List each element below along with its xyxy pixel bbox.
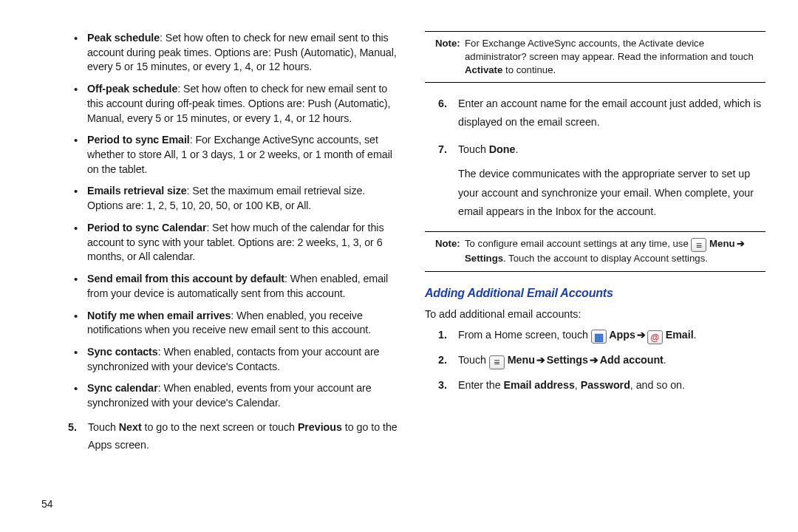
settings-label: Settings	[465, 253, 503, 264]
numbered-steps-left: 5. Touch Next to go to the next screen o…	[62, 418, 403, 454]
bullet-retrieval-size: Emails retrieval size: Set the maximum e…	[62, 184, 403, 213]
bullet-send-default: Send email from this account by default:…	[62, 272, 403, 301]
add-step-3: 3. Enter the Email address, Password, an…	[432, 378, 765, 393]
step-number: 5.	[68, 418, 77, 436]
arrow-icon: ➔	[635, 328, 647, 343]
term: Emails retrieval size	[87, 185, 187, 197]
page: Peak schedule: Set how often to check fo…	[0, 0, 798, 532]
term: Notify me when email arrives	[87, 310, 231, 321]
note-activate: Note: For Exchange ActiveSync accounts, …	[425, 31, 765, 83]
bullet-offpeak-schedule: Off-peak schedule: Set how often to chec…	[62, 82, 403, 126]
options-bullet-list: Peak schedule: Set how often to check fo…	[62, 31, 403, 411]
activate-label: Activate	[465, 64, 502, 75]
term: Period to sync Email	[87, 134, 190, 146]
email-icon	[647, 330, 663, 344]
text: Enter an account name for the email acco…	[458, 98, 761, 128]
term: Sync calendar	[87, 382, 158, 394]
bullet-period-sync-calendar: Period to sync Calendar: Set how much of…	[62, 221, 403, 265]
column-right: Note: For Exchange ActiveSync accounts, …	[425, 31, 776, 517]
step-5: 5. Touch Next to go to the next screen o…	[62, 418, 403, 454]
term: Send email from this account by default	[87, 273, 284, 284]
term: Off-peak schedule	[87, 83, 177, 95]
password-label: Password	[581, 379, 630, 391]
numbered-steps-right: 6. Enter an account name for the email a…	[425, 95, 765, 220]
note-text: to continue.	[502, 64, 556, 75]
menu-icon	[691, 238, 706, 252]
note-label: Note:	[435, 237, 460, 250]
section-heading-adding-accounts: Adding Additional Email Accounts	[425, 285, 765, 301]
menu-label: Menu	[505, 354, 535, 366]
text: Touch	[458, 143, 489, 155]
bullet-notify-arrives: Notify me when email arrives: When enabl…	[62, 309, 403, 338]
arrow-icon: ➔	[735, 237, 746, 250]
done-label: Done	[489, 143, 516, 155]
bullet-peak-schedule: Peak schedule: Set how often to check fo…	[62, 31, 403, 75]
email-address-label: Email address	[504, 379, 575, 391]
note-label: Note:	[435, 37, 460, 50]
step-number: 3.	[438, 378, 447, 393]
step-number: 7.	[438, 140, 447, 159]
note-settings: Note: To configure email account setting…	[425, 231, 765, 272]
text: .	[515, 143, 518, 155]
step-number: 1.	[438, 328, 447, 343]
text: .	[664, 354, 666, 366]
add-account-label: Add account	[600, 354, 664, 366]
add-step-2: 2. Touch Menu ➔ Settings ➔ Add account.	[432, 353, 765, 369]
text: From a Home screen, touch	[458, 329, 591, 341]
column-left: Peak schedule: Set how often to check fo…	[22, 31, 403, 517]
arrow-icon: ➔	[588, 353, 600, 368]
intro-text: To add additional email accounts:	[425, 307, 765, 322]
step-number: 6.	[438, 95, 447, 113]
email-label: Email	[663, 329, 694, 341]
text: , and so on.	[630, 379, 685, 391]
note-text: For Exchange ActiveSync accounts, the Ac…	[465, 38, 754, 62]
step-7: 7. Touch Done. The device communicates w…	[432, 140, 765, 220]
text: Enter the	[458, 379, 504, 391]
page-number: 54	[41, 497, 53, 511]
previous-label: Previous	[298, 421, 342, 433]
settings-label: Settings	[547, 354, 588, 366]
arrow-icon: ➔	[535, 353, 547, 368]
menu-label: Menu	[706, 238, 734, 249]
note-text: . Touch the account to display Account s…	[503, 253, 708, 264]
step-7-body: The device communicates with the appropr…	[458, 165, 765, 220]
bullet-period-sync-email: Period to sync Email: For Exchange Activ…	[62, 133, 403, 177]
text: to go to the next screen or touch	[142, 421, 298, 433]
term: Period to sync Calendar	[87, 222, 206, 233]
text: ,	[575, 379, 581, 391]
numbered-steps-add: 1. From a Home screen, touch Apps ➔ Emai…	[425, 328, 765, 393]
bullet-sync-contacts: Sync contacts: When enabled, contacts fr…	[62, 345, 403, 374]
text: Touch	[458, 354, 489, 366]
next-label: Next	[119, 421, 142, 433]
step-number: 2.	[438, 353, 447, 368]
add-step-1: 1. From a Home screen, touch Apps ➔ Emai…	[432, 328, 765, 345]
text: Touch	[88, 421, 119, 433]
step-6: 6. Enter an account name for the email a…	[432, 95, 765, 132]
apps-label: Apps	[607, 329, 635, 341]
note-text: To configure email account settings at a…	[465, 238, 691, 249]
term: Sync contacts	[87, 346, 158, 358]
text: .	[694, 329, 697, 341]
bullet-sync-calendar: Sync calendar: When enabled, events from…	[62, 381, 403, 410]
apps-icon	[591, 330, 607, 344]
term: Peak schedule	[87, 32, 160, 44]
menu-icon	[489, 355, 505, 369]
